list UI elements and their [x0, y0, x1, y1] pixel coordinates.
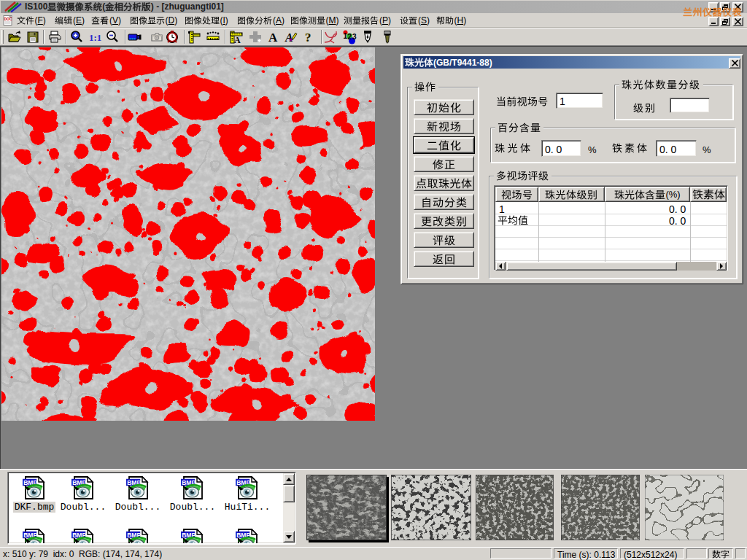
svg-text:A: A: [268, 31, 278, 44]
svg-text:A: A: [285, 31, 293, 44]
svg-text:A: A: [234, 35, 241, 44]
svg-text:1:1: 1:1: [89, 32, 101, 43]
svg-text:?: ?: [305, 31, 311, 44]
svg-text:3: 3: [352, 33, 357, 41]
svg-text:DOC: DOC: [4, 17, 13, 21]
svg-text:2: 2: [348, 33, 352, 41]
